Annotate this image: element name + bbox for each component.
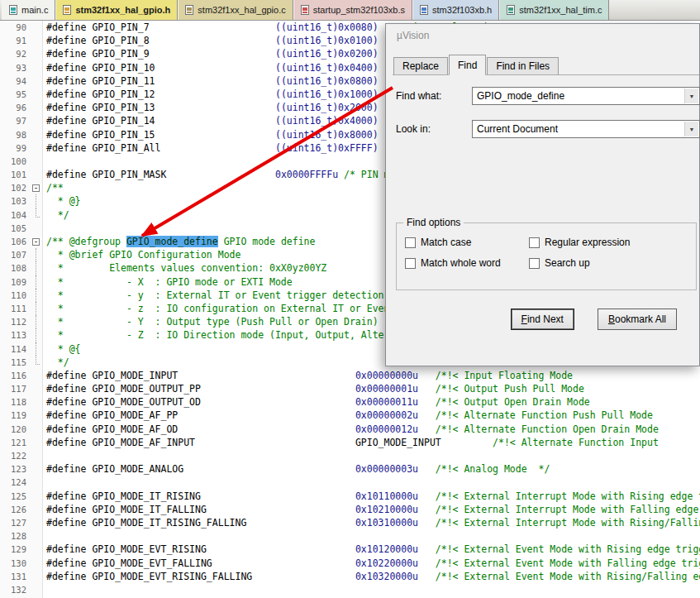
- dialog-tab-find-in-files[interactable]: Find in Files: [487, 57, 559, 74]
- button-label-part: F: [521, 313, 527, 325]
- code-token: ((uint16_t)0x0400): [275, 62, 379, 74]
- tab-stm32f1xx-hal-gpio-h[interactable]: stm32f1xx_hal_gpio.h: [55, 0, 178, 20]
- dialog-tab-find[interactable]: Find: [449, 55, 486, 75]
- code-token: 0x10120000u: [355, 543, 418, 555]
- checkbox-box: [405, 258, 416, 269]
- screen: main.cstm32f1xx_hal_gpio.hstm32f1xx_hal_…: [0, 0, 700, 598]
- tab-stm32f1xx-hal-gpio-c[interactable]: stm32f1xx_hal_gpio.c: [178, 0, 293, 20]
- line-number: 128: [0, 529, 30, 543]
- code-line[interactable]: 119#define GPIO_MODE_AF_PP 0x00000002u /…: [0, 409, 700, 422]
- checkbox-box: [405, 237, 416, 248]
- fold-margin: [30, 34, 43, 47]
- code-line[interactable]: 124: [0, 476, 700, 489]
- code-text: #define GPIO_MODE_EVT_RISING_FALLING 0x1…: [43, 570, 700, 583]
- regular-expression-checkbox[interactable]: Regular expression: [529, 237, 696, 248]
- find-dialog: µVision ReplaceFindFind in Files Find wh…: [385, 23, 700, 366]
- code-line[interactable]: 116#define GPIO_MODE_INPUT 0x00000000u /…: [0, 369, 700, 382]
- code-token: #define GPIO_MODE_AF_INPUT: [46, 437, 355, 448]
- code-token: /*!< Analog Mode */: [436, 463, 550, 475]
- code-token: ((uint16_t)0x0800): [275, 75, 379, 87]
- fold-margin: [30, 382, 43, 395]
- code-token: /*!< External Event Mode with Rising edg…: [436, 543, 700, 555]
- code-text: * - X : GPIO mode or EXTI Mode: [43, 275, 293, 289]
- line-number: 109: [0, 275, 30, 289]
- find-what-combo[interactable]: GPIO_mode_define ▼: [472, 87, 700, 105]
- code-text: * - Y : Output type (Push Pull or Open D…: [43, 315, 379, 328]
- code-line[interactable]: 120#define GPIO_MODE_AF_OD 0x00000012u /…: [0, 423, 700, 436]
- code-token: [418, 490, 436, 502]
- code-text: * - z : IO configuration on External IT …: [43, 302, 395, 315]
- code-token: #define GPIO_PIN_15: [46, 129, 275, 141]
- code-line[interactable]: 118#define GPIO_MODE_OUTPUT_OD 0x0000001…: [0, 395, 700, 409]
- tab-label: startup_stm32f103xb.s: [313, 5, 405, 15]
- find-next-button[interactable]: Find Next: [511, 309, 574, 330]
- code-line[interactable]: 126#define GPIO_MODE_IT_FALLING 0x102100…: [0, 503, 700, 516]
- code-line[interactable]: 122: [0, 449, 700, 462]
- fold-margin: [30, 490, 43, 503]
- chevron-down-icon[interactable]: ▼: [684, 89, 698, 103]
- fold-margin: [30, 543, 43, 556]
- code-line[interactable]: 125#define GPIO_MODE_IT_RISING 0x1011000…: [0, 490, 700, 503]
- tab-stm32f103xb-h[interactable]: stm32f103xb.h: [412, 0, 499, 20]
- bookmark-all-button[interactable]: Bookmark All: [598, 309, 677, 330]
- fold-margin: [30, 61, 43, 74]
- code-token: 0x10220000u: [355, 557, 418, 569]
- tab-stm32f1xx-hal-tim-c[interactable]: stm32f1xx_hal_tim.c: [499, 0, 609, 20]
- fold-collapse-icon[interactable]: -: [32, 238, 40, 246]
- code-line[interactable]: 117#define GPIO_MODE_OUTPUT_PP 0x0000000…: [0, 382, 700, 395]
- code-text: #define GPIO_MODE_IT_RISING_FALLING 0x10…: [43, 516, 700, 529]
- code-token: /** @defgroup: [46, 236, 126, 247]
- code-line[interactable]: 123#define GPIO_MODE_ANALOG 0x00000003u …: [0, 462, 700, 476]
- code-line[interactable]: 130#define GPIO_MODE_EVT_FALLING 0x10220…: [0, 557, 700, 570]
- checkbox-label: Regular expression: [545, 237, 630, 248]
- code-token: /*!< External Interrupt Mode with Rising…: [436, 490, 700, 502]
- look-in-combo[interactable]: Current Document ▼: [472, 120, 700, 138]
- file-icon-line: [302, 12, 307, 13]
- code-text: [43, 222, 46, 235]
- code-token: #define GPIO_PIN_10: [46, 62, 275, 74]
- code-token: 0x10320000u: [355, 571, 418, 582]
- code-text: #define GPIO_MODE_EVT_RISING 0x10120000u…: [43, 543, 700, 556]
- find-what-label: Find what:: [396, 90, 472, 102]
- code-token: ((uint16_t)0xFFFF): [275, 142, 379, 154]
- fold-margin: [30, 101, 43, 114]
- code-line[interactable]: 128: [0, 529, 700, 543]
- code-line[interactable]: 129#define GPIO_MODE_EVT_RISING 0x101200…: [0, 543, 700, 556]
- checkbox-box: [529, 237, 540, 248]
- match-case-checkbox[interactable]: Match case: [405, 237, 529, 248]
- code-line[interactable]: 132: [0, 583, 700, 596]
- code-token: /*!< Input Floating Mode: [436, 370, 573, 381]
- line-number: 108: [0, 261, 30, 275]
- fold-margin: [30, 74, 43, 88]
- tab-main-c[interactable]: main.c: [2, 0, 55, 20]
- tab-label: stm32f1xx_hal_gpio.h: [75, 5, 170, 15]
- dialog-tab-replace[interactable]: Replace: [393, 57, 448, 74]
- line-number: 129: [0, 543, 30, 556]
- line-number: 116: [0, 369, 30, 382]
- checkbox-label: Search up: [545, 257, 590, 269]
- code-token: /*!< Alternate Function Open Drain Mode: [436, 423, 659, 435]
- fold-margin: [30, 47, 43, 60]
- line-number: 118: [0, 395, 30, 409]
- fold-margin: [30, 248, 43, 261]
- fold-margin: [30, 356, 43, 369]
- search-up-checkbox[interactable]: Search up: [529, 257, 696, 269]
- code-token: /*!< Output Open Drain Mode: [436, 396, 590, 408]
- code-line[interactable]: 121#define GPIO_MODE_AF_INPUT GPIO_MODE_…: [0, 436, 700, 449]
- match-whole-word-checkbox[interactable]: Match whole word: [405, 257, 529, 269]
- code-line[interactable]: 127#define GPIO_MODE_IT_RISING_FALLING 0…: [0, 516, 700, 529]
- code-line[interactable]: 131#define GPIO_MODE_EVT_RISING_FALLING …: [0, 570, 700, 583]
- code-token: /*!< External Interrupt Mode with Rising…: [436, 517, 700, 529]
- tab-startup-stm32f103xb-s[interactable]: startup_stm32f103xb.s: [293, 0, 412, 20]
- code-text: * @brief GPIO Configuration Mode: [43, 248, 240, 261]
- fold-margin: [30, 449, 43, 462]
- chevron-down-icon[interactable]: ▼: [684, 122, 698, 136]
- line-number: 127: [0, 516, 30, 529]
- file-icon-line: [11, 12, 16, 13]
- line-number: 101: [0, 168, 30, 181]
- code-token: 0x0000FFFFu: [275, 169, 338, 180]
- code-token: */: [46, 209, 69, 221]
- file-icon-line: [421, 12, 426, 13]
- fold-collapse-icon[interactable]: -: [32, 184, 40, 192]
- code-token: * @}: [46, 195, 81, 207]
